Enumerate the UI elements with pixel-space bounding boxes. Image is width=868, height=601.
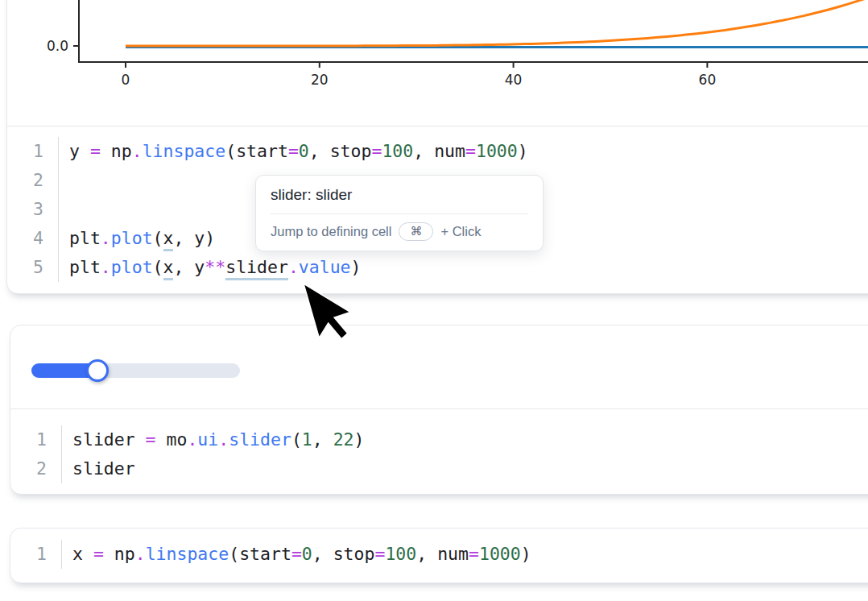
line-number: 2	[10, 454, 62, 483]
axes-spines	[79, 0, 868, 62]
command-key-badge: ⌘	[399, 222, 433, 241]
code-token-v: , num	[416, 544, 469, 564]
code-text	[59, 195, 69, 224]
series-line-power	[126, 0, 866, 46]
code-text: slider = mo.ui.slider(1, 22)	[62, 425, 365, 454]
line-number: 3	[7, 195, 59, 224]
code-token-num: 0	[299, 141, 309, 161]
code-editor-slider[interactable]: 1slider = mo.ui.slider(1, 22)2slider	[10, 408, 868, 492]
mouse-cursor-icon	[304, 284, 312, 292]
x-tick-label: 60	[699, 72, 717, 88]
x-tick-label: 0	[122, 72, 130, 88]
code-line[interactable]: 1y = np.linspace(start=0, stop=100, num=…	[7, 137, 868, 166]
code-token-v: (start	[229, 544, 291, 564]
code-text	[59, 166, 69, 195]
code-text: slider	[62, 454, 135, 483]
code-token-v: , y	[173, 257, 205, 277]
code-token-v: plt	[69, 257, 101, 277]
tooltip-action-suffix: + Click	[440, 224, 481, 239]
code-token-ul: x	[163, 228, 174, 251]
code-token-fn: value	[299, 257, 351, 277]
x-tick-label: 40	[505, 72, 523, 88]
code-token-fn: plot	[111, 257, 153, 277]
code-token-v: , y)	[173, 228, 215, 248]
code-token-num: 100	[385, 544, 416, 564]
line-number: 4	[7, 224, 59, 253]
code-token-fn: linspace	[146, 544, 229, 564]
matplotlib-figure: 0.00204060	[0, 0, 868, 125]
code-text: plt.plot(x, y)	[59, 224, 215, 253]
cell-output-figure: 0.00204060	[7, 0, 868, 126]
code-token-op: =	[374, 544, 385, 564]
code-token-num: 100	[382, 141, 413, 161]
code-line[interactable]: 5plt.plot(x, y**slider.value)	[7, 253, 868, 282]
code-token-num: 1	[302, 429, 312, 450]
code-editor-x[interactable]: 1x = np.linspace(start=0, stop=100, num=…	[10, 528, 868, 581]
code-token-v: , stop	[309, 141, 372, 161]
code-token-op: .	[101, 257, 111, 277]
code-token-v: , stop	[312, 544, 375, 564]
code-token-v: (	[153, 228, 163, 248]
code-line[interactable]: 1slider = mo.ui.slider(1, 22)	[10, 425, 868, 454]
code-token-fn: plot	[111, 228, 153, 248]
cell-output-slider	[10, 325, 868, 408]
code-token-v: y	[69, 141, 90, 161]
code-token-num: 22	[333, 429, 354, 450]
notebook-cell-x[interactable]: 1x = np.linspace(start=0, stop=100, num=…	[10, 528, 868, 583]
slider-track[interactable]	[31, 363, 240, 378]
line-number: 5	[7, 253, 59, 282]
command-key-symbol: ⌘	[410, 224, 422, 238]
code-token-op: .	[101, 228, 111, 248]
code-token-op: =	[90, 141, 101, 161]
code-token-num: 1000	[479, 544, 521, 564]
code-token-op: .	[218, 429, 229, 450]
code-token-num: 0	[302, 544, 312, 564]
code-token-fn: slider	[229, 429, 291, 450]
tooltip-action-row: Jump to defining cell ⌘ + Click	[271, 214, 528, 241]
line-number: 1	[10, 425, 62, 454]
code-token-v: )	[518, 141, 528, 161]
code-token-v: )	[351, 257, 362, 277]
code-token-op: =	[469, 544, 479, 564]
code-token-op: .	[187, 429, 197, 450]
code-token-v: (	[291, 429, 302, 450]
code-token-v: mo	[156, 429, 188, 450]
tooltip-variable-name: slider: slider	[271, 186, 528, 214]
code-token-v: ,	[312, 429, 333, 450]
tooltip-action-label: Jump to defining cell	[271, 224, 391, 239]
code-token-ul: x	[163, 257, 174, 280]
code-token-ul2: slider	[225, 257, 288, 280]
notebook-cell-slider[interactable]: 1slider = mo.ui.slider(1, 22)2slider	[10, 325, 868, 495]
code-token-v: , num	[413, 141, 465, 161]
code-text: x = np.linspace(start=0, stop=100, num=1…	[62, 540, 531, 569]
code-token-v: (start	[225, 141, 288, 161]
code-line[interactable]: 1x = np.linspace(start=0, stop=100, num=…	[10, 540, 868, 569]
code-token-op: =	[465, 141, 476, 161]
code-token-op: =	[371, 141, 382, 161]
code-token-op: =	[93, 544, 104, 564]
y-tick-label: 0.0	[47, 38, 68, 54]
code-line[interactable]: 2slider	[10, 454, 868, 483]
code-token-v: slider	[72, 458, 135, 479]
code-token-v: np	[104, 544, 135, 564]
variable-tooltip: slider: slider Jump to defining cell ⌘ +…	[255, 175, 544, 251]
code-token-v: slider	[72, 429, 146, 450]
code-token-op: =	[146, 429, 156, 450]
line-number: 1	[7, 137, 59, 166]
code-token-num: 1000	[476, 141, 518, 161]
slider-thumb[interactable]	[86, 359, 109, 382]
code-token-op: .	[132, 141, 143, 161]
code-token-v: )	[354, 429, 365, 450]
code-token-fn: linspace	[143, 141, 226, 161]
line-number: 2	[7, 166, 59, 195]
code-token-op: .	[135, 544, 146, 564]
code-token-op: =	[288, 141, 299, 161]
code-token-v: np	[101, 141, 132, 161]
line-number: 1	[10, 540, 62, 569]
code-token-v: x	[72, 544, 93, 564]
x-tick-label: 20	[311, 72, 329, 88]
code-token-op: **	[205, 257, 225, 277]
code-text: y = np.linspace(start=0, stop=100, num=1…	[59, 137, 528, 166]
code-text: plt.plot(x, y**slider.value)	[59, 253, 362, 282]
code-token-fn: ui	[197, 429, 218, 450]
